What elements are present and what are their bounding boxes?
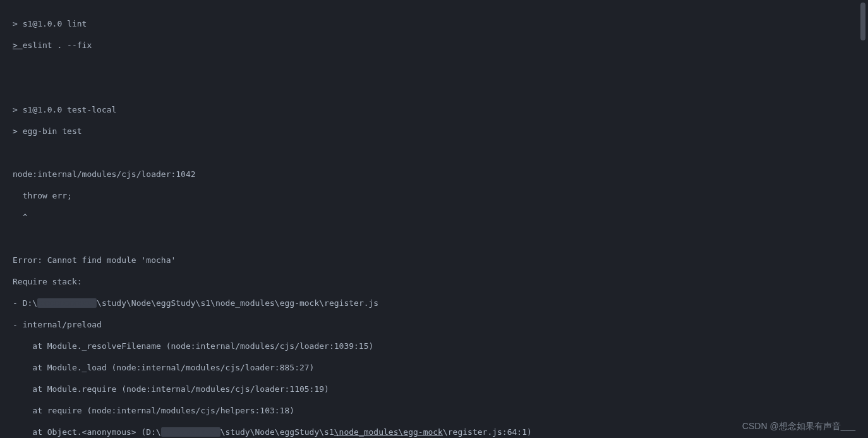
cmd-line: > s1@1.0.0 test-local: [13, 104, 855, 115]
cmd-line: > eslint . --fix: [13, 40, 855, 51]
loader-line: node:internal/modules/cjs/loader:1042: [13, 169, 855, 179]
cmd-line: > s1@1.0.0 lint: [13, 18, 855, 29]
caret-line: ^: [13, 212, 855, 222]
masked-path: xxxxxxxxxxxx: [37, 298, 97, 308]
terminal-output: > s1@1.0.0 lint > eslint . --fix > s1@1.…: [13, 8, 855, 438]
masked-path: xxxxxxxxxxxx: [161, 427, 220, 437]
stack-trace: at Module._load (node:internal/modules/c…: [13, 362, 855, 373]
stack-path: - internal/preload: [13, 319, 855, 330]
stack-trace: at Object.<anonymous> (D:\xxxxxxxxxxxx\s…: [13, 427, 855, 437]
cmd-line: > egg-bin test: [13, 126, 855, 137]
stack-trace: at Module.require (node:internal/modules…: [13, 384, 855, 394]
require-stack-label: Require stack:: [13, 276, 855, 287]
scrollbar-thumb[interactable]: [860, 3, 865, 40]
error-message: Error: Cannot find module 'mocha': [13, 255, 855, 265]
stack-path: - D:\xxxxxxxxxxxx\study\Node\eggStudy\s1…: [13, 298, 855, 308]
stack-trace: at Module._resolveFilename (node:interna…: [13, 341, 855, 351]
throw-line: throw err;: [13, 190, 855, 201]
stack-trace: at require (node:internal/modules/cjs/he…: [13, 405, 855, 416]
watermark-text: CSDN @想念如果有声音___: [742, 421, 855, 432]
